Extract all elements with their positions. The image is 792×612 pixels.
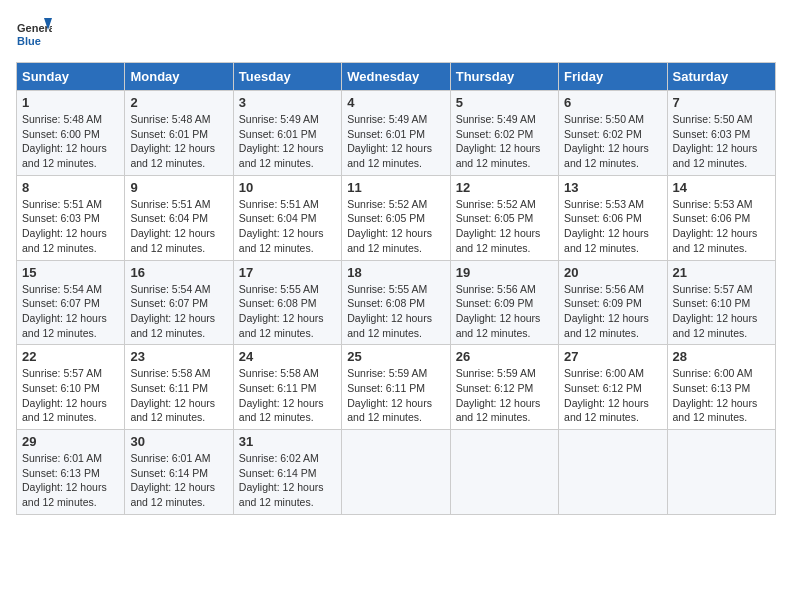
calendar-cell: 5Sunrise: 5:49 AMSunset: 6:02 PMDaylight… — [450, 91, 558, 176]
svg-text:Blue: Blue — [17, 35, 41, 47]
cell-line: Sunset: 6:14 PM — [130, 466, 227, 481]
cell-line: Daylight: 12 hours — [673, 226, 770, 241]
cell-line: Daylight: 12 hours — [239, 141, 336, 156]
cell-line: Daylight: 12 hours — [239, 480, 336, 495]
calendar-cell: 19Sunrise: 5:56 AMSunset: 6:09 PMDayligh… — [450, 260, 558, 345]
cell-line: Sunrise: 6:01 AM — [22, 451, 119, 466]
cell-line: Sunset: 6:10 PM — [673, 296, 770, 311]
day-number: 23 — [130, 349, 227, 364]
calendar-week-row: 15Sunrise: 5:54 AMSunset: 6:07 PMDayligh… — [17, 260, 776, 345]
cell-line: Sunset: 6:02 PM — [564, 127, 661, 142]
cell-line: and 12 minutes. — [347, 410, 444, 425]
cell-line: Sunset: 6:05 PM — [347, 211, 444, 226]
cell-line: Sunset: 6:07 PM — [22, 296, 119, 311]
cell-line: Sunrise: 5:50 AM — [564, 112, 661, 127]
day-number: 6 — [564, 95, 661, 110]
calendar-cell: 20Sunrise: 5:56 AMSunset: 6:09 PMDayligh… — [559, 260, 667, 345]
cell-line: Daylight: 12 hours — [130, 480, 227, 495]
column-header-friday: Friday — [559, 63, 667, 91]
column-header-thursday: Thursday — [450, 63, 558, 91]
cell-line: and 12 minutes. — [347, 241, 444, 256]
calendar-cell — [342, 430, 450, 515]
day-number: 16 — [130, 265, 227, 280]
cell-line: Daylight: 12 hours — [22, 141, 119, 156]
calendar-cell: 7Sunrise: 5:50 AMSunset: 6:03 PMDaylight… — [667, 91, 775, 176]
day-number: 22 — [22, 349, 119, 364]
cell-line: Sunset: 6:06 PM — [673, 211, 770, 226]
calendar-cell: 16Sunrise: 5:54 AMSunset: 6:07 PMDayligh… — [125, 260, 233, 345]
day-number: 30 — [130, 434, 227, 449]
cell-line: Sunrise: 5:58 AM — [239, 366, 336, 381]
cell-line: Sunset: 6:06 PM — [564, 211, 661, 226]
cell-line: Daylight: 12 hours — [564, 396, 661, 411]
cell-line: Sunrise: 5:59 AM — [456, 366, 553, 381]
cell-line: Daylight: 12 hours — [456, 141, 553, 156]
day-number: 21 — [673, 265, 770, 280]
cell-line: Sunset: 6:04 PM — [130, 211, 227, 226]
cell-line: Sunrise: 5:54 AM — [22, 282, 119, 297]
calendar-cell: 2Sunrise: 5:48 AMSunset: 6:01 PMDaylight… — [125, 91, 233, 176]
cell-line: and 12 minutes. — [22, 495, 119, 510]
cell-line: and 12 minutes. — [347, 156, 444, 171]
cell-line: Sunrise: 5:58 AM — [130, 366, 227, 381]
calendar-cell: 3Sunrise: 5:49 AMSunset: 6:01 PMDaylight… — [233, 91, 341, 176]
cell-line: Daylight: 12 hours — [564, 141, 661, 156]
cell-line: and 12 minutes. — [130, 156, 227, 171]
cell-line: Daylight: 12 hours — [130, 311, 227, 326]
cell-line: and 12 minutes. — [456, 156, 553, 171]
cell-line: Daylight: 12 hours — [22, 311, 119, 326]
day-number: 20 — [564, 265, 661, 280]
day-number: 5 — [456, 95, 553, 110]
cell-line: Daylight: 12 hours — [456, 226, 553, 241]
logo: General Blue — [16, 16, 52, 52]
cell-line: and 12 minutes. — [564, 326, 661, 341]
calendar-cell: 15Sunrise: 5:54 AMSunset: 6:07 PMDayligh… — [17, 260, 125, 345]
day-number: 18 — [347, 265, 444, 280]
calendar-cell: 28Sunrise: 6:00 AMSunset: 6:13 PMDayligh… — [667, 345, 775, 430]
calendar-cell: 30Sunrise: 6:01 AMSunset: 6:14 PMDayligh… — [125, 430, 233, 515]
cell-line: Sunrise: 5:53 AM — [564, 197, 661, 212]
cell-line: Sunset: 6:11 PM — [239, 381, 336, 396]
calendar-week-row: 8Sunrise: 5:51 AMSunset: 6:03 PMDaylight… — [17, 175, 776, 260]
cell-line: and 12 minutes. — [456, 410, 553, 425]
column-header-tuesday: Tuesday — [233, 63, 341, 91]
cell-line: Daylight: 12 hours — [22, 226, 119, 241]
calendar-week-row: 29Sunrise: 6:01 AMSunset: 6:13 PMDayligh… — [17, 430, 776, 515]
day-number: 12 — [456, 180, 553, 195]
cell-line: and 12 minutes. — [673, 410, 770, 425]
calendar-week-row: 22Sunrise: 5:57 AMSunset: 6:10 PMDayligh… — [17, 345, 776, 430]
day-number: 17 — [239, 265, 336, 280]
cell-line: and 12 minutes. — [456, 241, 553, 256]
calendar-cell: 25Sunrise: 5:59 AMSunset: 6:11 PMDayligh… — [342, 345, 450, 430]
cell-line: and 12 minutes. — [130, 495, 227, 510]
calendar-cell: 1Sunrise: 5:48 AMSunset: 6:00 PMDaylight… — [17, 91, 125, 176]
calendar-cell: 9Sunrise: 5:51 AMSunset: 6:04 PMDaylight… — [125, 175, 233, 260]
day-number: 19 — [456, 265, 553, 280]
calendar-cell: 12Sunrise: 5:52 AMSunset: 6:05 PMDayligh… — [450, 175, 558, 260]
cell-line: Daylight: 12 hours — [347, 141, 444, 156]
cell-line: Sunset: 6:04 PM — [239, 211, 336, 226]
day-number: 27 — [564, 349, 661, 364]
cell-line: and 12 minutes. — [673, 241, 770, 256]
cell-line: and 12 minutes. — [22, 410, 119, 425]
cell-line: Daylight: 12 hours — [130, 141, 227, 156]
column-header-monday: Monday — [125, 63, 233, 91]
day-number: 9 — [130, 180, 227, 195]
cell-line: Sunrise: 5:48 AM — [130, 112, 227, 127]
cell-line: Sunrise: 5:49 AM — [456, 112, 553, 127]
cell-line: Sunrise: 5:49 AM — [239, 112, 336, 127]
cell-line: and 12 minutes. — [456, 326, 553, 341]
cell-line: Sunrise: 5:50 AM — [673, 112, 770, 127]
cell-line: Daylight: 12 hours — [564, 311, 661, 326]
cell-line: Sunset: 6:03 PM — [22, 211, 119, 226]
cell-line: and 12 minutes. — [239, 156, 336, 171]
cell-line: Sunrise: 5:48 AM — [22, 112, 119, 127]
calendar-cell — [667, 430, 775, 515]
cell-line: Sunset: 6:05 PM — [456, 211, 553, 226]
cell-line: Daylight: 12 hours — [239, 396, 336, 411]
cell-line: Daylight: 12 hours — [564, 226, 661, 241]
calendar-week-row: 1Sunrise: 5:48 AMSunset: 6:00 PMDaylight… — [17, 91, 776, 176]
cell-line: Daylight: 12 hours — [130, 226, 227, 241]
cell-line: Sunset: 6:07 PM — [130, 296, 227, 311]
cell-line: Sunset: 6:13 PM — [673, 381, 770, 396]
